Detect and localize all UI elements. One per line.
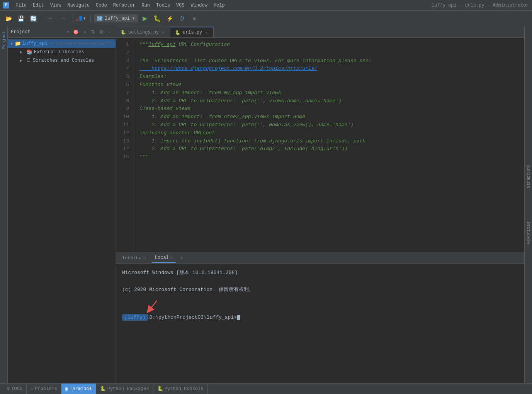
statusbar-problems-label: Problems — [35, 386, 57, 392]
sync-button[interactable]: 🔄 — [28, 13, 39, 24]
tree-item-libraries[interactable]: ▶ 📚 External Libraries — [8, 48, 116, 56]
menu-edit[interactable]: Edit — [30, 2, 47, 9]
tree-item-root[interactable]: ▶ 📁 luffy_api D:\pythonProject03\luffy_a… — [8, 39, 116, 48]
run-config-icon: py — [97, 16, 102, 21]
terminal-label: Terminal: — [119, 254, 150, 262]
arrow-area — [122, 303, 518, 314]
code-line-5: Examples: — [139, 73, 518, 81]
menubar: P File Edit View Navigate Code Refactor … — [0, 0, 532, 11]
profile-button[interactable]: ⏱ — [177, 13, 187, 24]
tab-urls[interactable]: 🐍 urls.py ✕ — [170, 27, 214, 37]
panel-actions: 🎯 ≡ ⇅ ⚙ − — [71, 29, 112, 36]
run-config-selector[interactable]: py luffy_api ▾ — [94, 14, 138, 22]
right-side-tabs: Structure Favorites — [524, 26, 532, 383]
statusbar-problems[interactable]: ⚠ Problems — [27, 384, 61, 394]
left-side-tabs: Project — [0, 26, 8, 383]
terminal-path: D:\pythonProject03\luffy_api> — [150, 315, 237, 320]
menu-window[interactable]: Window — [188, 2, 211, 9]
menu-code[interactable]: Code — [93, 2, 110, 9]
term-line-1: Microsoft Windows [版本 10.0.19041.208] — [122, 269, 518, 277]
chevron-icon-libs: ▶ — [20, 50, 25, 54]
statusbar-python-packages-label: Python Packages — [107, 386, 149, 392]
terminal-tab-close[interactable]: ✕ — [170, 255, 173, 260]
tab-urls-label: urls.py — [183, 30, 202, 35]
panel-collapse-button[interactable]: ≡ — [82, 29, 88, 36]
app-icon: P — [3, 2, 9, 8]
line-numbers: 1 2 3 4 5 6 7 8 9 10 11 12 13 14 15 — [116, 38, 133, 252]
toolbar-separator-2 — [73, 15, 73, 22]
tree-path-root: D:\pythonProject03\luffy_api — [51, 41, 116, 46]
editor-tabs: 🐍 settings.py ✕ 🐍 urls.py ✕ — [116, 26, 524, 38]
panel-sort-button[interactable]: ⇅ — [89, 29, 96, 36]
menu-help[interactable]: Help — [211, 2, 228, 9]
statusbar-terminal[interactable]: ▣ Terminal — [61, 384, 96, 394]
menu-vcs[interactable]: VCS — [173, 2, 188, 9]
toolbar: 📂 💾 🔄 ← → ↓ 👤▾ py luffy_api ▾ ▶ 🐛 ⚡ ⏱ ■ — [0, 11, 532, 26]
scratches-icon: 🗒 — [26, 57, 31, 63]
term-line-3: (c) 2020 Microsoft Corporation. 保留所有权利。 — [122, 286, 518, 294]
tab-settings[interactable]: 🐍 settings.py ✕ — [116, 27, 170, 37]
statusbar-python-console[interactable]: 🐍 Python Console — [153, 384, 208, 394]
chevron-icon-scratches: ▶ — [20, 58, 25, 63]
terminal-add-tab[interactable]: + — [177, 254, 185, 262]
main-layout: Project Project ▾ 🎯 ≡ ⇅ ⚙ − ▶ 📁 — [0, 26, 532, 383]
panel-locate-button[interactable]: 🎯 — [71, 29, 80, 36]
back-button[interactable]: ← — [45, 13, 56, 24]
panel-settings-button[interactable]: ⚙ — [98, 29, 105, 36]
save-button[interactable]: 💾 — [15, 13, 26, 24]
terminal-content[interactable]: Microsoft Windows [版本 10.0.19041.208] (c… — [116, 264, 524, 383]
stop-button[interactable]: ■ — [189, 13, 200, 24]
code-line-12: Including another URLconf — [139, 129, 518, 137]
terminal-tabs: Terminal: Local ✕ + — [116, 252, 524, 264]
statusbar-python-packages[interactable]: 🐍 Python Packages — [96, 384, 153, 394]
tree-label-libraries: External Libraries — [34, 49, 84, 55]
sidebar-tab-structure[interactable]: Structure — [525, 162, 532, 191]
coverage-button[interactable]: ⚡ — [164, 13, 175, 24]
panel-header: Project ▾ 🎯 ≡ ⇅ ⚙ − — [8, 26, 116, 38]
chevron-icon: ▶ — [11, 41, 13, 46]
todo-icon: ≡ — [7, 386, 10, 392]
settings-file-icon: 🐍 — [121, 30, 126, 35]
terminal-tab-local[interactable]: Local ✕ — [152, 254, 176, 263]
menu-navigate[interactable]: Navigate — [64, 2, 93, 9]
terminal-cursor — [237, 315, 240, 320]
toolbar-separator-3 — [90, 15, 91, 22]
forward-button[interactable]: → — [58, 13, 68, 24]
code-line-14: 2. Add a URL to urlpatterns: path('blog/… — [139, 145, 518, 153]
profile-dropdown-button[interactable]: 👤▾ — [76, 13, 87, 24]
open-button[interactable]: 📂 — [3, 13, 14, 24]
menu-file[interactable]: File — [12, 2, 30, 9]
code-line-13: 1. Import the include() function: from d… — [139, 137, 518, 145]
panel-minimize-button[interactable]: − — [107, 29, 112, 36]
run-config-chevron: ▾ — [132, 15, 135, 21]
menu-refactor[interactable]: Refactor — [110, 2, 139, 9]
terminal-panel: Terminal: Local ✕ + Microsoft Windows [版… — [116, 252, 524, 383]
tab-urls-close[interactable]: ✕ — [204, 30, 209, 36]
panel-title: Project — [11, 29, 65, 35]
editor-and-terminal: 🐍 settings.py ✕ 🐍 urls.py ✕ 1 2 3 4 5 — [116, 26, 524, 383]
code-line-6: Function views — [139, 81, 518, 89]
code-line-8: 2. Add a URL to urlpatterns: path('', vi… — [139, 97, 518, 105]
code-line-15: """ — [139, 153, 518, 161]
debug-button[interactable]: 🐛 — [152, 13, 163, 24]
tab-settings-label: settings.py — [128, 30, 159, 35]
sidebar-tab-favorites[interactable]: Favorites — [525, 218, 532, 247]
urls-file-icon: 🐍 — [175, 30, 180, 35]
terminal-tab-local-label: Local — [155, 255, 169, 260]
terminal-prompt[interactable]: (luffy) D:\pythonProject03\luffy_api> — [122, 314, 518, 321]
code-editor[interactable]: 1 2 3 4 5 6 7 8 9 10 11 12 13 14 15 — [116, 38, 524, 252]
code-line-10: 1. Add an import: from other_app.views i… — [139, 113, 518, 121]
statusbar-todo[interactable]: ≡ TODO — [3, 384, 27, 394]
code-line-4: https://docs.djangoproject.com/en/3.2/to… — [139, 65, 518, 73]
tree-item-scratches[interactable]: ▶ 🗒 Scratches and Consoles — [8, 56, 116, 64]
menu-view[interactable]: View — [47, 2, 65, 9]
menu-run[interactable]: Run — [138, 2, 153, 9]
sidebar-tab-project[interactable]: Project — [1, 28, 7, 52]
tab-settings-close[interactable]: ✕ — [161, 29, 165, 35]
code-line-11: 2. Add a URL to urlpatterns: path('', Ho… — [139, 121, 518, 129]
run-button[interactable]: ▶ — [139, 13, 150, 24]
menu-tools[interactable]: Tools — [153, 2, 173, 9]
run-config-label: luffy_api — [105, 16, 130, 21]
python-packages-icon: 🐍 — [100, 386, 106, 392]
code-content[interactable]: """luffy_api URL Configuration The `urlp… — [133, 38, 524, 252]
